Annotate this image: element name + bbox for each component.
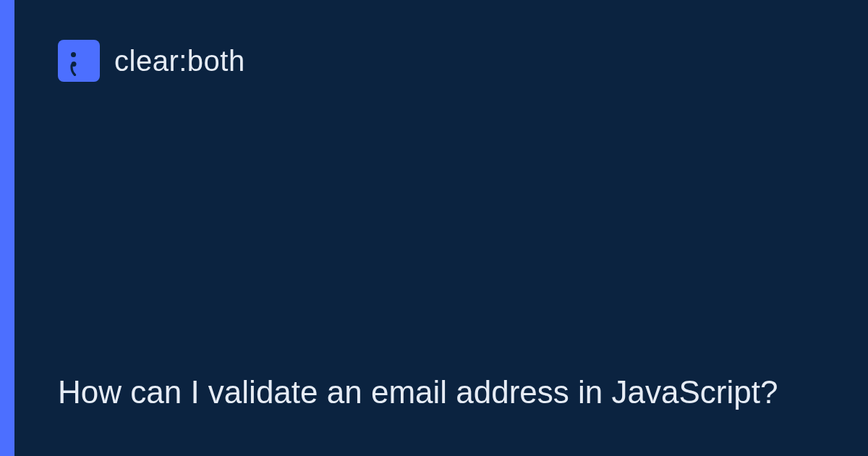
accent-bar <box>0 0 14 456</box>
logo-box <box>58 40 100 82</box>
semicolon-dot <box>71 52 76 57</box>
brand: clear:both <box>58 40 825 82</box>
page-title: How can I validate an email address in J… <box>58 371 781 413</box>
brand-name: clear:both <box>114 45 245 77</box>
semicolon-icon <box>58 40 100 82</box>
semicolon-comma <box>69 62 77 75</box>
content-area: clear:both How can I validate an email a… <box>14 0 868 456</box>
